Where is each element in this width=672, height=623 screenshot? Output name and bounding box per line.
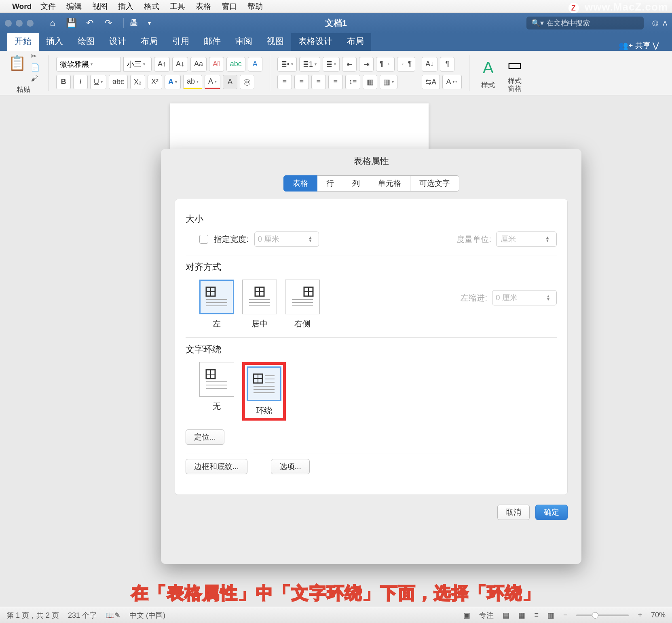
dialog-tab-alttext[interactable]: 可选文字 [410,175,459,192]
dialog-tab-cell[interactable]: 单元格 [369,175,410,192]
view-print-icon[interactable]: ▤ [503,611,509,620]
menu-edit[interactable]: 编辑 [66,1,82,12]
superscript-button[interactable]: X² [148,75,162,89]
minimize-window-icon[interactable] [16,20,23,27]
inc-indent-button[interactable]: ⇥ [359,57,374,72]
font-size-combo[interactable]: 小三▾ [123,57,152,72]
change-case-button[interactable]: Aa [190,57,207,72]
redo-icon[interactable]: ↷ [101,16,115,30]
styles-icon[interactable]: A [477,56,499,79]
align-right-option[interactable]: 右侧 [285,280,320,329]
ok-button[interactable]: 确定 [535,505,568,520]
tab-table-design[interactable]: 表格设计 [291,32,340,51]
tab-draw[interactable]: 绘图 [70,32,102,51]
wrap-none-option[interactable]: 无 [199,362,234,421]
tab-layout[interactable]: 布局 [133,32,165,51]
tab-view[interactable]: 视图 [260,32,291,51]
word-count[interactable]: 231 个字 [68,610,97,620]
cancel-button[interactable]: 取消 [497,505,530,520]
borders-shading-button[interactable]: 边框和底纹... [186,459,247,474]
preferred-width-checkbox[interactable] [199,235,208,244]
distribute-button[interactable]: ⇆A [422,75,440,89]
page-status[interactable]: 第 1 页，共 2 页 [6,610,59,620]
dec-indent-button[interactable]: ⇤ [342,57,357,72]
app-name[interactable]: Word [12,2,32,11]
options-caret-icon[interactable]: ⋀ [663,20,667,26]
char-border-button[interactable]: A [248,57,262,72]
clear-format-button[interactable]: A⃠ [209,57,224,72]
sort-button[interactable]: A↓ [422,57,437,72]
unit-combo[interactable]: 厘米 ▲▼ [496,232,557,247]
tab-references[interactable]: 引用 [165,32,197,51]
close-window-icon[interactable] [5,20,12,27]
italic-button[interactable]: I [73,75,88,89]
text-effects-button[interactable]: A▾ [165,75,181,89]
numbering-button[interactable]: ≣1▾ [299,57,320,72]
menu-view[interactable]: 视图 [92,1,108,12]
bullets-button[interactable]: ≣•▾ [277,57,297,72]
multilevel-button[interactable]: ≣▾ [323,57,340,72]
width-stepper[interactable]: ▲▼ [306,236,315,242]
undo-icon[interactable]: ↶ [83,16,97,30]
menu-table[interactable]: 表格 [196,1,211,12]
zoom-in-icon[interactable]: + [638,611,642,619]
tab-review[interactable]: 审阅 [228,32,260,51]
tab-table-layout[interactable]: 布局 [340,32,371,51]
dialog-tab-row[interactable]: 行 [317,175,343,192]
rtl-button[interactable]: ←¶ [397,57,416,72]
qat-dropdown-icon[interactable]: ▾ [148,20,151,26]
language-status[interactable]: 中文 (中国) [129,610,165,620]
show-marks-button[interactable]: ¶ [440,57,454,72]
view-web-icon[interactable]: ▦ [518,611,525,620]
indent-field[interactable]: 0 厘米 ▲▼ [492,290,557,305]
options-button[interactable]: 选项... [271,459,310,474]
shrink-font-button[interactable]: A↓ [172,57,188,72]
copy-icon[interactable]: 📄 [31,63,41,72]
strike-button[interactable]: abc [109,75,128,89]
borders-button[interactable]: ▦▾ [380,75,397,89]
justify-button[interactable]: ≡ [328,75,343,89]
save-icon[interactable]: 💾 [64,16,78,30]
font-color-button[interactable]: A▾ [205,75,220,89]
ltr-button[interactable]: ¶→ [376,57,395,72]
tab-insert[interactable]: 插入 [39,32,70,51]
menu-insert[interactable]: 插入 [118,1,133,12]
align-left-button[interactable]: ≡ [277,75,292,89]
search-input[interactable]: 🔍▾ 在文档中搜索 [526,17,644,29]
font-name-combo[interactable]: 微软雅黑▾ [56,57,121,72]
view-draft-icon[interactable]: ▥ [547,611,554,620]
tab-mailings[interactable]: 邮件 [197,32,228,51]
focus-label[interactable]: 专注 [479,610,494,620]
home-icon[interactable]: ⌂ [46,16,59,30]
styles-pane-icon[interactable]: ▭ [503,53,526,76]
char-shading-button[interactable]: A [223,75,237,89]
menu-window[interactable]: 窗口 [222,1,237,12]
subscript-button[interactable]: X₂ [130,75,145,89]
print-icon[interactable]: 🖶 [127,16,141,30]
tab-design[interactable]: 设计 [102,32,133,51]
cut-icon[interactable]: ✂ [31,52,41,61]
menu-format[interactable]: 格式 [144,1,159,12]
dialog-tab-table[interactable]: 表格 [283,175,317,192]
menu-help[interactable]: 帮助 [247,1,263,12]
wrap-around-option[interactable]: 环绕 [247,366,281,416]
grow-font-button[interactable]: A↑ [154,57,170,72]
indent-stepper[interactable]: ▲▼ [543,295,553,301]
dialog-tab-column[interactable]: 列 [343,175,369,192]
share-button[interactable]: 👥+ 共享 ⋁ [613,40,665,51]
focus-mode-icon[interactable]: ▣ [463,611,470,620]
zoom-out-icon[interactable]: − [563,611,568,619]
align-center-button[interactable]: ≡ [294,75,309,89]
menu-file[interactable]: 文件 [40,1,56,12]
enclose-char-button[interactable]: ㊥ [240,75,254,89]
align-center-option[interactable]: 居中 [242,280,277,329]
zoom-value[interactable]: 70% [651,611,666,619]
format-painter-icon[interactable]: 🖌 [31,74,41,83]
spellcheck-icon[interactable]: 📖✎ [106,611,120,620]
zoom-slider[interactable] [576,615,629,616]
align-right-button[interactable]: ≡ [311,75,326,89]
char-spacing-button[interactable]: A↔ [442,75,462,89]
shading-button[interactable]: ▦ [363,75,377,89]
preferred-width-field[interactable]: 0 厘米 ▲▼ [254,232,319,247]
feedback-smiley-icon[interactable]: ☺ [650,17,660,29]
